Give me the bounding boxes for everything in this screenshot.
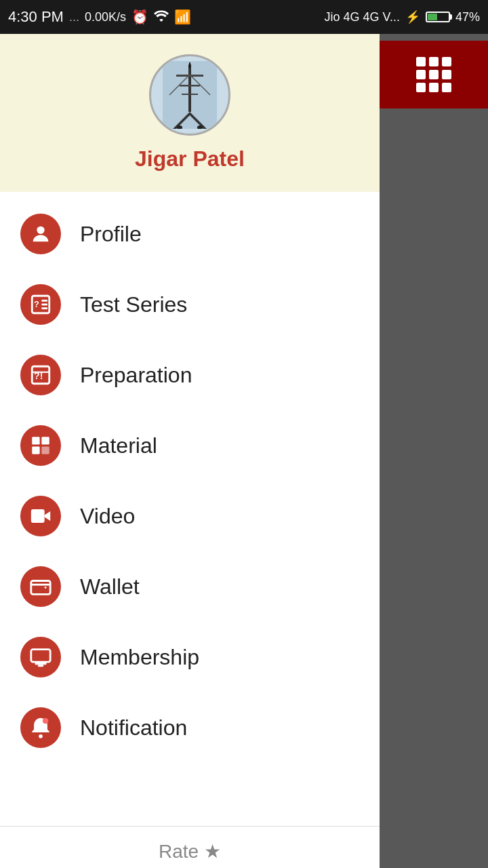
carrier-label: Jio 4G 4G V... bbox=[325, 10, 400, 24]
video-icon bbox=[20, 496, 61, 536]
svg-marker-26 bbox=[45, 511, 51, 521]
notification-icon bbox=[20, 707, 61, 748]
preparation-icon: ?! bbox=[20, 355, 61, 395]
sidebar-item-wallet[interactable]: Wallet bbox=[0, 551, 380, 622]
charging-icon: ⚡ bbox=[405, 9, 420, 24]
grid-dots-icon bbox=[416, 57, 451, 92]
svg-point-31 bbox=[39, 734, 43, 738]
svg-rect-24 bbox=[41, 446, 49, 454]
right-panel[interactable] bbox=[380, 34, 488, 868]
battery-fill bbox=[428, 14, 437, 20]
drawer: Jigar Patel Profile ? bbox=[0, 34, 380, 868]
test-series-icon: ? bbox=[20, 284, 61, 325]
rate-link[interactable]: Rate ★ bbox=[159, 840, 221, 863]
svg-rect-22 bbox=[41, 437, 49, 444]
sidebar-item-wallet-label: Wallet bbox=[80, 574, 140, 599]
status-speed: 0.00K/s bbox=[85, 10, 126, 24]
svg-rect-27 bbox=[31, 581, 50, 595]
profile-header: Jigar Patel bbox=[0, 34, 380, 192]
wallet-icon bbox=[20, 566, 61, 607]
sidebar-item-notification-label: Notification bbox=[80, 715, 187, 741]
main-wrapper: Jigar Patel Profile ? bbox=[0, 34, 488, 868]
material-icon bbox=[20, 425, 61, 466]
sidebar-item-video-label: Video bbox=[80, 504, 135, 529]
status-right: Jio 4G 4G V... ⚡ 47% bbox=[325, 9, 480, 24]
battery-percent: 47% bbox=[455, 10, 480, 24]
sidebar-item-profile-label: Profile bbox=[80, 222, 142, 247]
sidebar-item-material[interactable]: Material bbox=[0, 410, 380, 481]
svg-text:?: ? bbox=[34, 299, 39, 309]
svg-rect-1 bbox=[188, 64, 191, 112]
svg-rect-25 bbox=[31, 509, 45, 523]
svg-rect-30 bbox=[38, 665, 44, 667]
menu-list: Profile ? Test Series bbox=[0, 192, 380, 826]
svg-rect-23 bbox=[32, 446, 39, 454]
sidebar-item-notification[interactable]: Notification bbox=[0, 692, 380, 763]
membership-icon bbox=[20, 637, 61, 677]
grid-menu-button[interactable] bbox=[380, 41, 488, 108]
status-network: ... bbox=[69, 10, 79, 24]
sidebar-item-membership[interactable]: Membership bbox=[0, 622, 380, 692]
user-name: Jigar Patel bbox=[135, 146, 245, 172]
svg-rect-29 bbox=[35, 662, 47, 665]
sidebar-item-test-series-label: Test Series bbox=[80, 292, 187, 317]
sidebar-item-test-series[interactable]: ? Test Series bbox=[0, 269, 380, 340]
svg-rect-28 bbox=[31, 650, 50, 662]
status-time: 4:30 PM bbox=[8, 8, 64, 26]
sidebar-item-preparation[interactable]: ?! Preparation bbox=[0, 340, 380, 410]
sidebar-item-video[interactable]: Video bbox=[0, 481, 380, 551]
battery-indicator bbox=[426, 12, 450, 22]
alarm-icon: ⏰ bbox=[131, 9, 148, 25]
drawer-footer: Rate ★ About Us bbox=[0, 826, 380, 868]
sidebar-item-material-label: Material bbox=[80, 433, 157, 458]
svg-rect-7 bbox=[189, 62, 190, 68]
status-bar: 4:30 PM ... 0.00K/s ⏰ 📶 Jio 4G 4G V... ⚡… bbox=[0, 0, 488, 34]
svg-rect-21 bbox=[32, 437, 39, 444]
svg-rect-3 bbox=[180, 85, 200, 87]
wifi-icon bbox=[154, 8, 169, 26]
profile-icon bbox=[20, 214, 61, 254]
status-left: 4:30 PM ... 0.00K/s ⏰ 📶 bbox=[8, 8, 191, 26]
svg-point-32 bbox=[43, 718, 49, 724]
svg-rect-4 bbox=[182, 94, 198, 95]
signal-icon: 📶 bbox=[174, 9, 191, 25]
sidebar-item-membership-label: Membership bbox=[80, 645, 199, 670]
svg-point-12 bbox=[37, 226, 44, 234]
avatar bbox=[149, 54, 230, 136]
sidebar-item-preparation-label: Preparation bbox=[80, 363, 192, 388]
sidebar-item-profile[interactable]: Profile bbox=[0, 199, 380, 269]
avatar-tower-svg bbox=[163, 61, 217, 129]
